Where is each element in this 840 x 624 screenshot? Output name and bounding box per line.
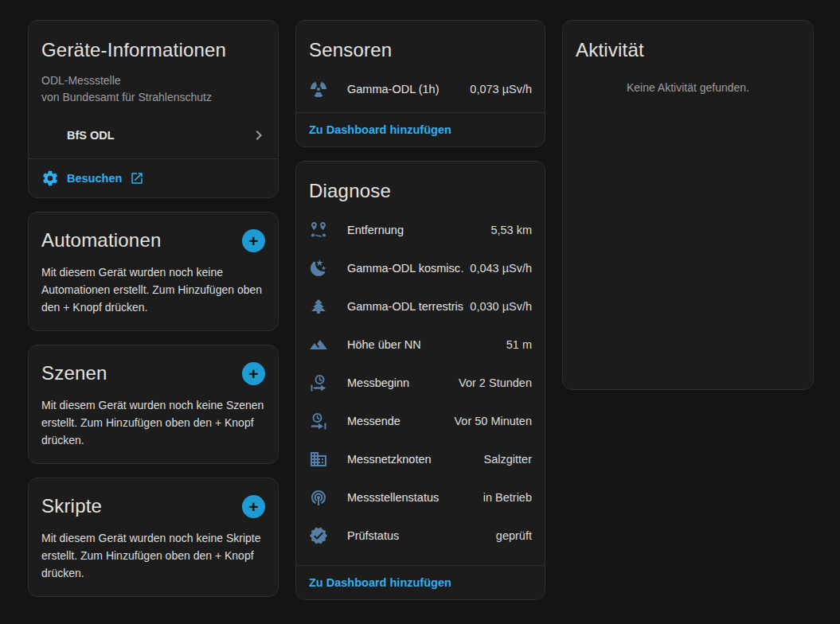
middle-column: Sensoren Gamma-ODL (1h) 0,073 µSv/h Zu D… bbox=[295, 20, 545, 600]
entity-value: 0,073 µSv/h bbox=[470, 83, 532, 96]
scenes-title: Szenen bbox=[41, 361, 107, 385]
sensors-card: Sensoren Gamma-ODL (1h) 0,073 µSv/h Zu D… bbox=[295, 20, 545, 147]
add-to-dashboard-link[interactable]: Zu Dashboard hinzufügen bbox=[309, 123, 451, 136]
entity-value: geprüft bbox=[496, 529, 532, 542]
device-manufacturer: von Bundesamt für Strahlenschutz bbox=[41, 89, 265, 106]
sensors-rows: Gamma-ODL (1h) 0,073 µSv/h bbox=[296, 70, 545, 108]
diagnostics-rows: Entfernung 5,53 km Gamma-ODL kosmisc… 0,… bbox=[296, 211, 545, 555]
entity-row[interactable]: Prüfstatus geprüft bbox=[296, 517, 545, 555]
entity-value: Vor 2 Stunden bbox=[459, 376, 532, 389]
office-building-icon bbox=[309, 450, 328, 469]
left-column: Geräte-Informationen ODL-Messstelle von … bbox=[28, 20, 279, 597]
entity-value: Salzgitter bbox=[484, 453, 532, 466]
scripts-title: Skripte bbox=[41, 494, 102, 518]
entity-value: 0,030 µSv/h bbox=[470, 300, 532, 313]
automations-title: Automationen bbox=[41, 228, 162, 252]
scripts-card: Skripte + Mit diesem Gerät wurden noch k… bbox=[28, 478, 279, 597]
scenes-card: Szenen + Mit diesem Gerät wurden noch ke… bbox=[28, 345, 279, 464]
entity-value: in Betrieb bbox=[483, 491, 532, 504]
add-scene-button[interactable]: + bbox=[242, 362, 265, 385]
mountains-icon bbox=[309, 335, 328, 354]
entity-label: Höhe über NN bbox=[347, 338, 500, 351]
scenes-empty-text: Mit diesem Gerät wurden noch keine Szene… bbox=[41, 396, 265, 449]
device-model: ODL-Messstelle bbox=[41, 72, 265, 89]
check-decagram-icon bbox=[309, 526, 328, 545]
entity-label: Messstellenstatus bbox=[347, 491, 477, 504]
entity-label: Messende bbox=[347, 415, 447, 427]
diagnostics-card: Diagnose Entfernung 5,53 km Gamma-ODL ko… bbox=[295, 161, 545, 600]
activity-title: Aktivität bbox=[576, 38, 800, 62]
entity-label: Messbeginn bbox=[347, 376, 452, 389]
entity-row[interactable]: Messnetzknoten Salzgitter bbox=[296, 440, 545, 478]
automations-empty-text: Mit diesem Gerät wurden noch keine Autom… bbox=[41, 263, 265, 316]
diagnostics-card-footer: Zu Dashboard hinzufügen bbox=[296, 565, 545, 599]
entity-label: Messnetzknoten bbox=[347, 453, 478, 466]
entity-row[interactable]: Messstellenstatus in Betrieb bbox=[296, 478, 545, 517]
radioactive-icon bbox=[309, 80, 328, 99]
device-info-card: Geräte-Informationen ODL-Messstelle von … bbox=[28, 20, 279, 198]
entity-value: 51 m bbox=[506, 338, 532, 351]
scripts-empty-text: Mit diesem Gerät wurden noch keine Skrip… bbox=[41, 529, 265, 582]
broadcast-icon bbox=[309, 488, 328, 507]
activity-card: Aktivität Keine Aktivität gefunden. bbox=[562, 20, 814, 390]
entity-row[interactable]: Gamma-ODL kosmisc… 0,043 µSv/h bbox=[296, 249, 545, 287]
diagnostics-title: Diagnose bbox=[309, 179, 532, 203]
add-script-button[interactable]: + bbox=[242, 495, 265, 518]
visit-link[interactable]: Besuchen bbox=[67, 172, 122, 185]
sensors-title: Sensoren bbox=[309, 38, 532, 62]
clock-end-icon bbox=[309, 411, 328, 431]
automations-card: Automationen + Mit diesem Gerät wurden n… bbox=[28, 212, 279, 331]
device-page: Geräte-Informationen ODL-Messstelle von … bbox=[0, 0, 840, 600]
entity-value: Vor 50 Minuten bbox=[454, 415, 532, 427]
entity-label: Gamma-ODL (1h) bbox=[347, 83, 463, 96]
entity-row[interactable]: Messbeginn Vor 2 Stunden bbox=[296, 364, 545, 402]
add-to-dashboard-link[interactable]: Zu Dashboard hinzufügen bbox=[309, 576, 451, 589]
entity-label: Gamma-ODL kosmisc… bbox=[347, 262, 463, 275]
sensors-card-footer: Zu Dashboard hinzufügen bbox=[296, 112, 545, 146]
open-in-new-icon bbox=[130, 171, 144, 185]
clock-start-icon bbox=[309, 373, 328, 392]
integration-row[interactable]: BfS ODL bbox=[29, 116, 278, 154]
entity-row[interactable]: Gamma-ODL (1h) 0,073 µSv/h bbox=[296, 70, 545, 108]
entity-row[interactable]: Gamma-ODL terrestris… 0,030 µSv/h bbox=[296, 287, 545, 326]
add-automation-button[interactable]: + bbox=[242, 229, 265, 252]
spacer bbox=[296, 555, 545, 561]
entity-row[interactable]: Höhe über NN 51 m bbox=[296, 326, 545, 364]
weather-night-icon bbox=[309, 259, 328, 278]
gear-icon[interactable] bbox=[41, 170, 59, 187]
integration-name: BfS ODL bbox=[67, 129, 115, 142]
entity-label: Entfernung bbox=[347, 224, 484, 236]
entity-label: Gamma-ODL terrestris… bbox=[347, 300, 463, 313]
activity-empty-text: Keine Aktivität gefunden. bbox=[563, 81, 813, 94]
right-column: Aktivität Keine Aktivität gefunden. bbox=[562, 20, 814, 390]
device-card-footer: Besuchen bbox=[29, 158, 278, 197]
entity-row[interactable]: Messende Vor 50 Minuten bbox=[296, 402, 545, 440]
pine-tree-icon bbox=[309, 297, 328, 316]
chevron-right-icon bbox=[249, 126, 268, 145]
entity-label: Prüfstatus bbox=[347, 529, 490, 542]
device-info-title: Geräte-Informationen bbox=[41, 38, 265, 62]
entity-row[interactable]: Entfernung 5,53 km bbox=[296, 211, 545, 249]
map-marker-distance-icon bbox=[309, 220, 328, 240]
entity-value: 0,043 µSv/h bbox=[470, 262, 532, 275]
entity-value: 5,53 km bbox=[490, 224, 532, 236]
